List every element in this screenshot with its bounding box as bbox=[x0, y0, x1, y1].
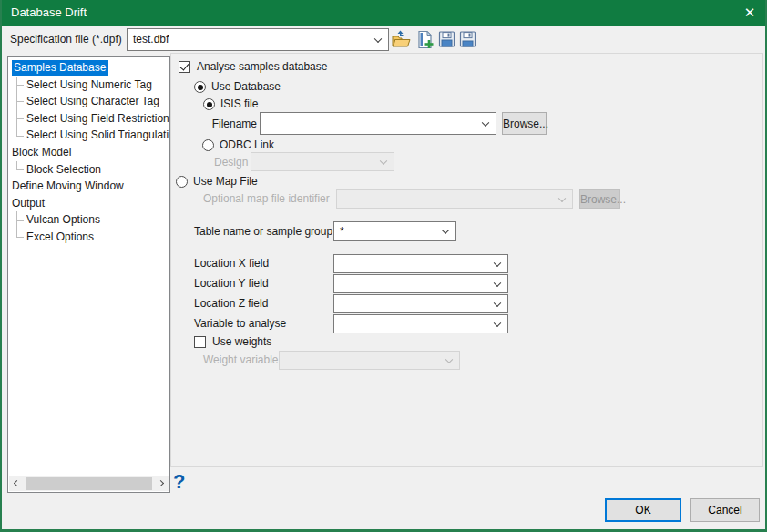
isis-file-radio[interactable] bbox=[203, 98, 215, 110]
map-identifier-browse-button: Browse... bbox=[579, 189, 620, 209]
tree-item-output[interactable]: Output bbox=[8, 195, 169, 212]
location-y-combo[interactable] bbox=[333, 274, 508, 293]
design-label: Design bbox=[214, 156, 248, 169]
weight-variable-combo bbox=[279, 351, 460, 370]
map-identifier-label: Optional map file identifier bbox=[203, 192, 330, 205]
use-database-radio[interactable] bbox=[194, 81, 206, 93]
filename-combo[interactable] bbox=[260, 112, 496, 135]
horizontal-scrollbar[interactable] bbox=[9, 476, 169, 491]
location-x-label: Location X field bbox=[194, 257, 269, 270]
use-weights-checkbox[interactable] bbox=[194, 336, 206, 348]
spec-file-label: Specification file (*.dpf) bbox=[10, 33, 122, 46]
chevron-down-icon bbox=[445, 355, 453, 363]
scrollbar-thumb[interactable] bbox=[26, 477, 152, 490]
use-weights-label: Use weights bbox=[212, 335, 271, 348]
filename-browse-button[interactable]: Browse... bbox=[502, 112, 547, 135]
cancel-button[interactable]: Cancel bbox=[690, 498, 760, 522]
tree-item-block-selection[interactable]: Block Selection bbox=[8, 161, 169, 179]
chevron-down-icon bbox=[482, 118, 489, 126]
ok-button[interactable]: OK bbox=[605, 498, 681, 522]
chevron-down-icon bbox=[494, 279, 501, 286]
location-x-combo[interactable] bbox=[333, 254, 508, 273]
save-icon[interactable] bbox=[438, 30, 458, 49]
filename-label: Filename bbox=[189, 118, 257, 130]
chevron-down-icon bbox=[380, 157, 387, 164]
close-icon[interactable]: ✕ bbox=[732, 0, 767, 26]
table-group-label: Table name or sample group bbox=[194, 225, 332, 238]
scroll-left-icon[interactable] bbox=[9, 476, 25, 491]
tree-item-vulcan-options[interactable]: Vulcan Options bbox=[8, 211, 169, 229]
odbc-link-label: ODBC Link bbox=[220, 138, 274, 151]
tree-item-select-solid-triangulation[interactable]: Select Using Solid Triangulation bbox=[8, 127, 169, 144]
chevron-down-icon bbox=[494, 299, 501, 306]
scroll-right-icon[interactable] bbox=[153, 476, 169, 491]
analyse-samples-label: Analyse samples database bbox=[197, 60, 327, 73]
window-title: Database Drift bbox=[11, 0, 87, 26]
main-panel: Analyse samples database Use Database IS… bbox=[170, 53, 763, 467]
new-spec-file-icon[interactable] bbox=[416, 30, 436, 49]
use-map-file-label: Use Map File bbox=[193, 175, 258, 188]
title-bar[interactable]: Database Drift ✕ bbox=[0, 0, 767, 26]
location-z-label: Location Z field bbox=[194, 297, 268, 310]
chevron-down-icon bbox=[494, 319, 501, 326]
save-as-icon[interactable] bbox=[459, 30, 479, 49]
table-group-value: * bbox=[334, 222, 455, 240]
help-icon[interactable]: ? bbox=[173, 470, 185, 494]
tree-item-samples-database[interactable]: Samples Database bbox=[8, 59, 169, 77]
tree-item-define-moving-window[interactable]: Define Moving Window bbox=[8, 178, 169, 195]
use-database-label: Use Database bbox=[211, 80, 281, 93]
location-y-label: Location Y field bbox=[194, 277, 269, 290]
chevron-down-icon bbox=[494, 259, 501, 266]
isis-file-label: ISIS file bbox=[220, 97, 258, 110]
table-group-combo[interactable]: * bbox=[333, 221, 456, 241]
design-combo bbox=[251, 152, 394, 171]
tree-item-excel-options[interactable]: Excel Options bbox=[8, 229, 169, 246]
spec-file-combo[interactable]: test.dbf bbox=[127, 28, 389, 51]
tree-item-select-numeric-tag[interactable]: Select Using Numeric Tag bbox=[8, 77, 169, 94]
database-drift-dialog: Database Drift ✕ Specification file (*.d… bbox=[0, 0, 767, 532]
chevron-down-icon bbox=[558, 194, 566, 201]
map-identifier-combo bbox=[336, 189, 573, 209]
weight-variable-label: Weight variable bbox=[203, 353, 279, 366]
use-map-file-radio[interactable] bbox=[176, 176, 188, 188]
odbc-link-radio[interactable] bbox=[202, 139, 214, 151]
spec-file-value: test.dbf bbox=[128, 29, 388, 50]
group-separator-line bbox=[333, 66, 754, 67]
tree-item-select-field-restriction[interactable]: Select Using Field Restriction bbox=[8, 110, 169, 128]
variable-label: Variable to analyse bbox=[194, 317, 286, 330]
open-folder-icon[interactable] bbox=[391, 30, 411, 49]
analyse-samples-checkbox[interactable] bbox=[179, 61, 190, 73]
location-z-combo[interactable] bbox=[333, 294, 508, 313]
variable-combo[interactable] bbox=[333, 314, 508, 333]
tree-item-block-model[interactable]: Block Model bbox=[8, 144, 169, 161]
tree-item-select-character-tag[interactable]: Select Using Character Tag bbox=[8, 93, 169, 110]
tree-panel: Samples Database Select Using Numeric Ta… bbox=[7, 56, 170, 493]
